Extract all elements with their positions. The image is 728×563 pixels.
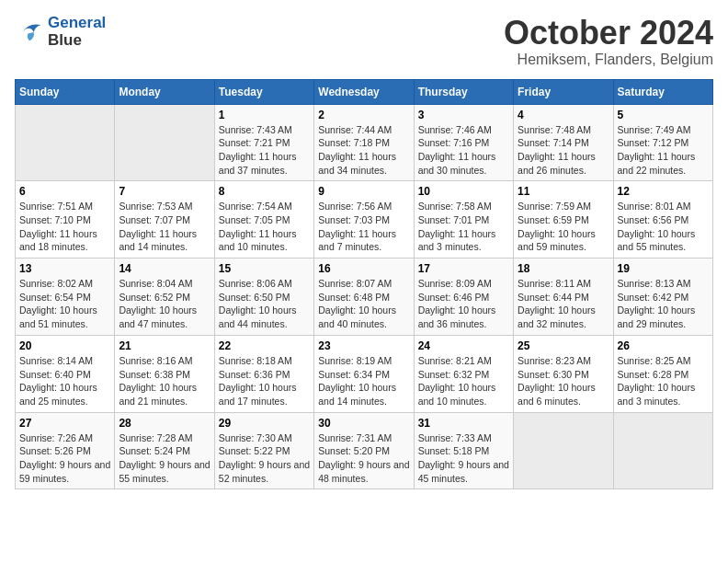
day-info: Sunrise: 7:58 AMSunset: 7:01 PMDaylight:…: [418, 200, 509, 254]
day-info: Sunrise: 7:59 AMSunset: 6:59 PMDaylight:…: [518, 200, 609, 254]
day-number: 25: [518, 339, 609, 352]
day-info: Sunrise: 8:09 AMSunset: 6:46 PMDaylight:…: [418, 277, 509, 331]
sunset-text: Sunset: 6:38 PM: [119, 368, 210, 382]
sunset-text: Sunset: 6:56 PM: [618, 213, 709, 227]
daylight-text: Daylight: 10 hours and 40 minutes.: [318, 304, 409, 330]
day-number: 5: [618, 109, 709, 121]
calendar-cell: 16Sunrise: 8:07 AMSunset: 6:48 PMDayligh…: [314, 259, 414, 336]
day-number: 7: [119, 185, 210, 198]
sunset-text: Sunset: 7:05 PM: [219, 213, 310, 227]
calendar-cell: 7Sunrise: 7:53 AMSunset: 7:07 PMDaylight…: [115, 181, 214, 259]
daylight-text: Daylight: 10 hours and 29 minutes.: [618, 304, 709, 330]
calendar-cell: 22Sunrise: 8:18 AMSunset: 6:36 PMDayligh…: [214, 335, 313, 412]
sunset-text: Sunset: 6:32 PM: [418, 368, 509, 382]
sunset-text: Sunset: 6:59 PM: [518, 213, 609, 227]
calendar-cell: 4Sunrise: 7:48 AMSunset: 7:14 PMDaylight…: [514, 104, 613, 181]
calendar-cell: 9Sunrise: 7:56 AMSunset: 7:03 PMDaylight…: [314, 181, 414, 259]
day-number: 20: [19, 339, 110, 352]
sunset-text: Sunset: 7:03 PM: [318, 213, 409, 227]
sunrise-text: Sunrise: 7:43 AM: [219, 123, 310, 137]
day-info: Sunrise: 7:26 AMSunset: 5:26 PMDaylight:…: [19, 431, 110, 486]
daylight-text: Daylight: 9 hours and 52 minutes.: [219, 458, 310, 485]
sunset-text: Sunset: 6:50 PM: [219, 291, 310, 304]
calendar-cell: 23Sunrise: 8:19 AMSunset: 6:34 PMDayligh…: [314, 335, 414, 412]
sunrise-text: Sunrise: 8:21 AM: [418, 354, 509, 368]
daylight-text: Daylight: 11 hours and 30 minutes.: [418, 150, 509, 177]
day-number: 11: [518, 185, 609, 198]
day-info: Sunrise: 7:33 AMSunset: 5:18 PMDaylight:…: [418, 431, 509, 486]
calendar-week-row: 20Sunrise: 8:14 AMSunset: 6:40 PMDayligh…: [16, 335, 713, 412]
day-number: 27: [19, 417, 110, 430]
calendar-week-row: 13Sunrise: 8:02 AMSunset: 6:54 PMDayligh…: [16, 259, 713, 336]
sunrise-text: Sunrise: 8:13 AM: [618, 277, 709, 291]
day-info: Sunrise: 8:07 AMSunset: 6:48 PMDaylight:…: [318, 277, 409, 331]
day-number: 18: [518, 262, 609, 275]
daylight-text: Daylight: 10 hours and 3 minutes.: [618, 381, 709, 408]
calendar-cell: 24Sunrise: 8:21 AMSunset: 6:32 PMDayligh…: [414, 335, 513, 412]
calendar-cell: 13Sunrise: 8:02 AMSunset: 6:54 PMDayligh…: [16, 259, 115, 336]
sunset-text: Sunset: 6:52 PM: [119, 291, 210, 304]
day-info: Sunrise: 7:28 AMSunset: 5:24 PMDaylight:…: [119, 431, 210, 486]
calendar-cell: [115, 104, 214, 181]
sunset-text: Sunset: 7:01 PM: [418, 213, 509, 227]
calendar-cell: 29Sunrise: 7:30 AMSunset: 5:22 PMDayligh…: [214, 412, 313, 489]
sunrise-text: Sunrise: 8:14 AM: [19, 354, 110, 368]
calendar-cell: 10Sunrise: 7:58 AMSunset: 7:01 PMDayligh…: [414, 181, 513, 259]
calendar-cell: [514, 412, 613, 489]
daylight-text: Daylight: 11 hours and 14 minutes.: [119, 227, 210, 254]
calendar-cell: [613, 412, 712, 489]
sunset-text: Sunset: 5:26 PM: [19, 444, 110, 458]
sunset-text: Sunset: 6:48 PM: [318, 291, 409, 304]
calendar-cell: 17Sunrise: 8:09 AMSunset: 6:46 PMDayligh…: [414, 259, 513, 336]
sunset-text: Sunset: 7:21 PM: [219, 136, 310, 150]
sunrise-text: Sunrise: 7:49 AM: [618, 123, 709, 137]
sunrise-text: Sunrise: 7:28 AM: [119, 431, 210, 445]
sunset-text: Sunset: 7:07 PM: [119, 213, 210, 227]
calendar-cell: 21Sunrise: 8:16 AMSunset: 6:38 PMDayligh…: [115, 335, 214, 412]
calendar-header-row: SundayMondayTuesdayWednesdayThursdayFrid…: [16, 79, 713, 104]
calendar-table: SundayMondayTuesdayWednesdayThursdayFrid…: [15, 79, 713, 490]
title-block: October 2024 Hemiksem, Flanders, Belgium: [504, 15, 713, 68]
sunrise-text: Sunrise: 7:58 AM: [418, 200, 509, 213]
sunset-text: Sunset: 5:24 PM: [119, 444, 210, 458]
calendar-cell: 14Sunrise: 8:04 AMSunset: 6:52 PMDayligh…: [115, 259, 214, 336]
logo-icon: [15, 19, 44, 45]
calendar-cell: 1Sunrise: 7:43 AMSunset: 7:21 PMDaylight…: [214, 104, 313, 181]
sunrise-text: Sunrise: 7:48 AM: [518, 123, 609, 137]
daylight-text: Daylight: 10 hours and 25 minutes.: [19, 381, 110, 408]
sunrise-text: Sunrise: 7:54 AM: [219, 200, 310, 213]
day-info: Sunrise: 7:43 AMSunset: 7:21 PMDaylight:…: [219, 123, 310, 178]
daylight-text: Daylight: 10 hours and 21 minutes.: [119, 381, 210, 408]
day-number: 8: [219, 185, 310, 198]
day-number: 21: [119, 339, 210, 352]
daylight-text: Daylight: 11 hours and 34 minutes.: [318, 150, 409, 177]
daylight-text: Daylight: 11 hours and 7 minutes.: [318, 227, 409, 254]
sunrise-text: Sunrise: 8:01 AM: [618, 200, 709, 213]
sunrise-text: Sunrise: 7:51 AM: [19, 200, 110, 213]
day-number: 26: [618, 339, 709, 352]
calendar-cell: 28Sunrise: 7:28 AMSunset: 5:24 PMDayligh…: [115, 412, 214, 489]
day-info: Sunrise: 8:23 AMSunset: 6:30 PMDaylight:…: [518, 354, 609, 408]
sunrise-text: Sunrise: 8:11 AM: [518, 277, 609, 291]
day-info: Sunrise: 8:14 AMSunset: 6:40 PMDaylight:…: [19, 354, 110, 408]
sunrise-text: Sunrise: 7:33 AM: [418, 431, 509, 445]
sunrise-text: Sunrise: 7:56 AM: [318, 200, 409, 213]
daylight-text: Daylight: 10 hours and 17 minutes.: [219, 381, 310, 408]
day-number: 9: [318, 185, 409, 198]
month-title: October 2024: [504, 15, 713, 52]
calendar-cell: 25Sunrise: 8:23 AMSunset: 6:30 PMDayligh…: [514, 335, 613, 412]
sunrise-text: Sunrise: 8:19 AM: [318, 354, 409, 368]
daylight-text: Daylight: 9 hours and 59 minutes.: [19, 458, 110, 485]
daylight-text: Daylight: 9 hours and 55 minutes.: [119, 458, 210, 485]
day-info: Sunrise: 8:19 AMSunset: 6:34 PMDaylight:…: [318, 354, 409, 408]
sunset-text: Sunset: 7:18 PM: [318, 136, 409, 150]
day-info: Sunrise: 8:16 AMSunset: 6:38 PMDaylight:…: [119, 354, 210, 408]
day-number: 29: [219, 417, 310, 430]
day-info: Sunrise: 8:01 AMSunset: 6:56 PMDaylight:…: [618, 200, 709, 254]
day-number: 12: [618, 185, 709, 198]
daylight-text: Daylight: 10 hours and 36 minutes.: [418, 304, 509, 330]
sunrise-text: Sunrise: 8:07 AM: [318, 277, 409, 291]
logo: General Blue: [15, 15, 106, 49]
calendar-cell: 6Sunrise: 7:51 AMSunset: 7:10 PMDaylight…: [16, 181, 115, 259]
sunrise-text: Sunrise: 7:26 AM: [19, 431, 110, 445]
